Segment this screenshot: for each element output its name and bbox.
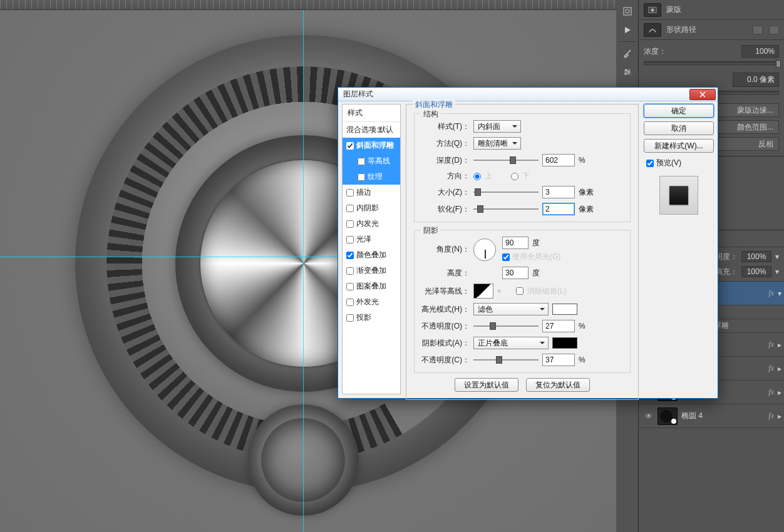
density-slider[interactable] (644, 61, 779, 65)
bevel-method-label: 方法(Q)： (421, 138, 470, 149)
pct-unit-2: % (579, 356, 585, 364)
direction-down-radio[interactable] (511, 173, 518, 180)
bevel-method-select[interactable]: 雕刻清晰 (473, 137, 521, 150)
style-bevel-checkbox[interactable] (346, 142, 354, 150)
mask-panel-header[interactable]: 蒙版 (639, 0, 784, 20)
layer-fill-value[interactable]: 100% (741, 266, 771, 277)
highlight-opacity-input[interactable] (542, 320, 575, 332)
fx-badge[interactable]: fx (768, 387, 774, 397)
new-style-button[interactable]: 新建样式(W)... (644, 139, 714, 153)
bevel-fieldset: 斜面和浮雕 结构 样式(T)： 内斜面 方法(Q)： 雕刻清晰 深度(D)： (406, 104, 639, 400)
style-gradientoverlay-checkbox[interactable] (346, 267, 354, 275)
style-stroke[interactable]: 描边 (343, 185, 400, 200)
size-input[interactable] (542, 186, 575, 198)
shading-group: 阴影 角度(N)： 度 使用全局光(G) (414, 230, 631, 373)
collapse-icon[interactable]: ▸ (778, 364, 781, 373)
preview-checkbox[interactable] (646, 160, 654, 167)
reset-default-button[interactable]: 复位为默认值 (526, 378, 590, 392)
soften-unit: 像素 (579, 204, 594, 215)
dropdown-icon[interactable]: ▾ (775, 252, 779, 261)
fx-badge[interactable]: fx (768, 289, 774, 298)
fx-badge[interactable]: fx (768, 411, 774, 421)
angle-dial[interactable] (473, 238, 496, 261)
depth-input[interactable] (542, 154, 575, 166)
style-innerglow-checkbox[interactable] (346, 220, 354, 228)
styles-list: 样式 混合选项:默认 斜面和浮雕 等高线 纹理 描边 内阴影 内发光 光泽 颜色… (342, 104, 401, 394)
soften-slider[interactable] (473, 205, 539, 213)
style-satin[interactable]: 光泽 (343, 232, 400, 247)
style-outer-glow[interactable]: 外发光 (343, 294, 400, 310)
play-icon[interactable] (619, 23, 636, 38)
style-drop-shadow[interactable]: 投影 (343, 310, 400, 325)
cancel-button[interactable]: 取消 (644, 121, 714, 135)
ok-button[interactable]: 确定 (644, 104, 714, 118)
fx-badge[interactable]: fx (768, 340, 774, 349)
visibility-icon[interactable]: 👁 (644, 411, 654, 421)
style-innershadow-checkbox[interactable] (346, 205, 354, 212)
layer-row-3[interactable]: 👁 椭圆 4 fx ▸ (639, 404, 784, 428)
highlight-color-swatch[interactable] (552, 304, 577, 315)
ruler-horizontal[interactable] (0, 0, 616, 10)
tool-zoom-btn[interactable] (619, 4, 636, 19)
feather-value[interactable]: 0.0 像素 (733, 73, 779, 87)
antialias-checkbox[interactable] (516, 287, 524, 295)
global-light-checkbox[interactable] (502, 253, 510, 261)
depth-unit: % (579, 156, 585, 165)
style-patternoverlay-checkbox[interactable] (346, 283, 354, 290)
style-inner-glow[interactable]: 内发光 (343, 216, 400, 232)
style-dropshadow-checkbox[interactable] (346, 314, 354, 322)
adjustments-icon[interactable] (619, 64, 636, 79)
style-contour-checkbox[interactable] (358, 158, 365, 165)
close-button[interactable] (689, 89, 716, 100)
gloss-contour-picker[interactable] (473, 284, 493, 299)
altitude-input[interactable] (502, 267, 529, 279)
soften-input[interactable] (542, 203, 575, 215)
style-inner-shadow[interactable]: 内阴影 (343, 200, 400, 216)
angle-input[interactable] (502, 237, 529, 249)
style-coloroverlay-checkbox[interactable] (346, 252, 354, 259)
shape-path-row[interactable]: 形状路径 (639, 20, 784, 40)
fx-badge[interactable]: fx (768, 364, 774, 373)
direction-up-radio[interactable] (473, 173, 481, 180)
shadow-color-swatch[interactable] (552, 337, 577, 349)
style-blend-default[interactable]: 混合选项:默认 (343, 122, 400, 138)
shadow-opacity-slider[interactable] (473, 356, 539, 364)
shape-path-mini-1[interactable] (753, 26, 763, 34)
svg-rect-0 (624, 8, 631, 15)
style-texture-checkbox[interactable] (358, 173, 365, 181)
set-default-button[interactable]: 设置为默认值 (455, 378, 518, 392)
shadow-mode-select[interactable]: 正片叠底 (473, 337, 549, 349)
pct-unit-1: % (579, 322, 585, 330)
layer-opacity-value[interactable]: 100% (741, 251, 771, 262)
layer-thumb[interactable] (658, 407, 678, 425)
style-texture[interactable]: 纹理 (343, 169, 400, 185)
style-color-overlay[interactable]: 颜色叠加 (343, 247, 400, 263)
structure-legend: 结构 (421, 109, 441, 120)
brush-icon[interactable] (619, 46, 636, 61)
style-stroke-checkbox[interactable] (346, 189, 354, 197)
bevel-style-select[interactable]: 内斜面 (473, 120, 521, 133)
shadow-opacity-input[interactable] (542, 354, 575, 366)
dialog-titlebar[interactable]: 图层样式 (338, 88, 718, 101)
guide-vertical[interactable] (303, 10, 304, 532)
size-slider[interactable] (473, 188, 539, 197)
style-contour[interactable]: 等高线 (343, 153, 400, 169)
highlight-opacity-slider[interactable] (473, 322, 539, 330)
density-value[interactable]: 100% (741, 45, 779, 58)
collapse-icon[interactable]: ▸ (778, 388, 781, 397)
style-outerglow-checkbox[interactable] (346, 299, 354, 306)
angle-unit: 度 (532, 238, 540, 248)
style-pattern-overlay[interactable]: 图案叠加 (343, 279, 400, 294)
highlight-mode-select[interactable]: 滤色 (473, 303, 549, 315)
shape-path-mini-2[interactable] (769, 26, 779, 34)
dropdown-icon[interactable]: ▾ (775, 267, 779, 276)
collapse-icon[interactable]: ▸ (778, 412, 781, 421)
expand-icon[interactable]: ▾ (778, 289, 781, 298)
dialog-content: 斜面和浮雕 结构 样式(T)： 内斜面 方法(Q)： 雕刻清晰 深度(D)： (406, 104, 639, 394)
dropdown-icon[interactable]: ▾ (497, 287, 501, 295)
style-bevel-emboss[interactable]: 斜面和浮雕 (343, 138, 400, 153)
depth-slider[interactable] (473, 156, 539, 165)
style-gradient-overlay[interactable]: 渐变叠加 (343, 263, 400, 279)
collapse-icon[interactable]: ▸ (778, 340, 781, 349)
style-satin-checkbox[interactable] (346, 236, 354, 243)
